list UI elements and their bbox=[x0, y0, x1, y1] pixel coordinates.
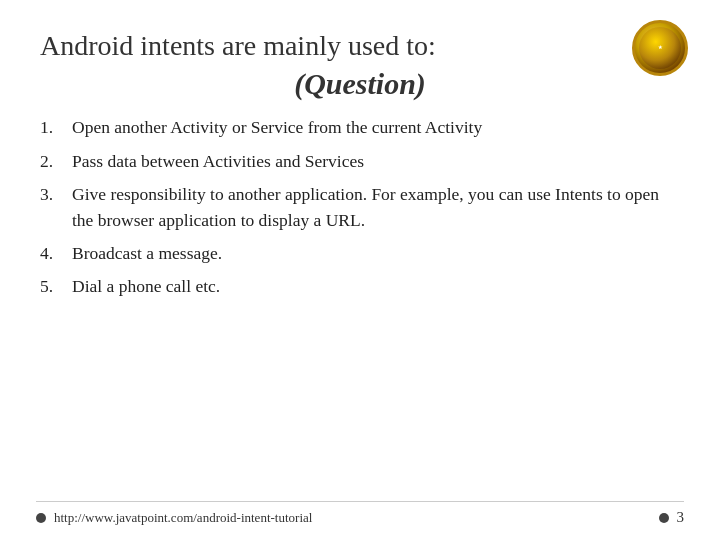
title-line1: Android intents are mainly used to: bbox=[40, 28, 680, 64]
footer-left: http://www.javatpoint.com/android-intent… bbox=[36, 510, 312, 526]
title-question: (Question) bbox=[40, 64, 680, 103]
list-number-5: 5. bbox=[40, 274, 72, 299]
footer-page-number: 3 bbox=[677, 509, 685, 526]
footer-bullet-left bbox=[36, 513, 46, 523]
list-number-2: 2. bbox=[40, 149, 72, 174]
slide-content: 1.Open another Activity or Service from … bbox=[40, 115, 680, 299]
main-list: 1.Open another Activity or Service from … bbox=[40, 115, 680, 299]
list-item: 4.Broadcast a message. bbox=[40, 241, 680, 266]
logo-text: ★ bbox=[658, 45, 662, 51]
footer-divider bbox=[36, 501, 684, 502]
footer-right: 3 bbox=[659, 509, 685, 526]
footer-url: http://www.javatpoint.com/android-intent… bbox=[54, 510, 312, 526]
list-item: 5.Dial a phone call etc. bbox=[40, 274, 680, 299]
slide-title: Android intents are mainly used to: (Que… bbox=[40, 28, 680, 103]
list-text-3: Give responsibility to another applicati… bbox=[72, 182, 680, 233]
list-number-3: 3. bbox=[40, 182, 72, 207]
list-text-2: Pass data between Activities and Service… bbox=[72, 149, 680, 174]
list-number-1: 1. bbox=[40, 115, 72, 140]
list-item: 3.Give responsibility to another applica… bbox=[40, 182, 680, 233]
footer-bullet-right bbox=[659, 513, 669, 523]
list-item: 2.Pass data between Activities and Servi… bbox=[40, 149, 680, 174]
list-number-4: 4. bbox=[40, 241, 72, 266]
list-item: 1.Open another Activity or Service from … bbox=[40, 115, 680, 140]
university-logo: ★ bbox=[632, 20, 688, 76]
slide: ★ Android intents are mainly used to: (Q… bbox=[0, 0, 720, 540]
slide-footer: http://www.javatpoint.com/android-intent… bbox=[0, 509, 720, 526]
list-text-1: Open another Activity or Service from th… bbox=[72, 115, 680, 140]
list-text-4: Broadcast a message. bbox=[72, 241, 680, 266]
list-text-5: Dial a phone call etc. bbox=[72, 274, 680, 299]
